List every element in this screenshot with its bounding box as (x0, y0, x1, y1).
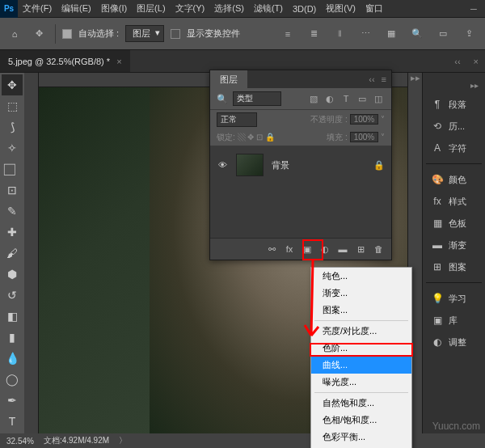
eyedropper-tool[interactable]: ✎ (2, 201, 23, 222)
brush-tool[interactable]: 🖌 (2, 243, 23, 264)
pen-tool[interactable]: ✒ (2, 390, 23, 411)
lock-position-icon[interactable]: ✥ (247, 133, 254, 142)
lasso-tool[interactable]: ⟆ (2, 116, 23, 137)
show-transform-checkbox[interactable] (171, 29, 180, 39)
align-icon[interactable]: ≡ (278, 24, 297, 44)
move-tool[interactable]: ✥ (2, 74, 23, 95)
libraries-icon: ▣ (431, 314, 444, 327)
collapse-dock-icon[interactable]: ▸▸ (426, 78, 482, 92)
menu-edit[interactable]: 编辑(E) (57, 2, 96, 15)
right-panel-dock: ▸▸ ¶段落 ⟲历... A字符 🎨颜色 fx样式 ▦色板 ▬渐变 ⊞图案 💡学… (422, 73, 485, 433)
panel-character[interactable]: A字符 (426, 138, 482, 158)
visibility-icon[interactable]: 👁 (217, 160, 228, 170)
menu-layer[interactable]: 图层(L) (132, 2, 170, 15)
options-bar: ⌂ ✥ 自动选择 : 图层 显示变换控件 ≡ ≣ ⫴ ⋯ ▦ 🔍 ▭ ⇪ (0, 18, 485, 50)
collapse-panel-icon[interactable]: ‹‹ (448, 57, 466, 66)
filter-adjust-icon[interactable]: ◐ (323, 94, 336, 104)
panel-color[interactable]: 🎨颜色 (426, 170, 482, 189)
group-icon[interactable]: ▬ (335, 242, 351, 256)
panel-patterns[interactable]: ⊞图案 (426, 257, 482, 277)
stamp-tool[interactable]: ⬢ (2, 264, 23, 285)
heal-tool[interactable]: ✚ (2, 222, 23, 243)
filter-type-icon[interactable]: 🔍 (217, 94, 228, 104)
adjustments-icon: ◐ (431, 336, 444, 349)
blend-mode-select[interactable]: 正常 (217, 112, 257, 127)
adjustment-layer-icon[interactable]: ◐ (317, 242, 333, 256)
menu-exposure[interactable]: 曝光度... (311, 374, 411, 391)
frame-tool[interactable]: ⊡ (2, 180, 23, 201)
opacity-value[interactable]: 100% (350, 114, 379, 125)
red-arrow-annotation (298, 259, 331, 348)
lock-artboard-icon[interactable]: ⊡ (256, 133, 263, 142)
type-tool[interactable]: T (2, 411, 23, 432)
filter-type-select[interactable]: 类型 (233, 91, 281, 106)
wand-tool[interactable]: ✧ (2, 137, 23, 158)
filter-smart-icon[interactable]: ◫ (372, 94, 385, 104)
minimize-button[interactable]: ─ (462, 4, 485, 14)
doc-info-chevron[interactable]: 〉 (119, 435, 127, 446)
menu-filter[interactable]: 滤镜(T) (249, 2, 288, 15)
fill-value[interactable]: 100% (350, 132, 379, 142)
link-layers-icon[interactable]: ⚯ (264, 242, 280, 256)
panel-close-icon[interactable]: × (467, 57, 485, 66)
search-icon[interactable]: 🔍 (407, 24, 427, 44)
home-icon[interactable]: ⌂ (6, 26, 23, 42)
layer-row[interactable]: 👁 背景 🔒 (210, 150, 391, 180)
lock-icon: 🔒 (373, 160, 385, 171)
menu-curves[interactable]: 曲线... (311, 357, 411, 374)
menu-window[interactable]: 窗口 (361, 2, 388, 15)
align-icon-2[interactable]: ≣ (304, 24, 323, 44)
menu-view[interactable]: 视图(V) (321, 2, 361, 15)
distribute-icon[interactable]: ⫴ (330, 24, 349, 44)
document-tab[interactable]: 5.jpeg @ 32.5%(RGB/8) * × (0, 50, 130, 72)
lock-label: 锁定: (217, 133, 235, 142)
gradients-icon: ▬ (431, 239, 444, 251)
zoom-level[interactable]: 32.54% (6, 437, 34, 446)
delete-layer-icon[interactable]: 🗑 (370, 242, 386, 256)
filter-shape-icon[interactable]: ▭ (356, 94, 369, 104)
panel-paragraph[interactable]: ¶段落 (426, 95, 482, 114)
panel-adjustments[interactable]: ◐调整 (426, 332, 482, 352)
watermark: Yuucn.com (432, 421, 480, 432)
auto-select-checkbox[interactable] (62, 29, 72, 39)
panel-libraries[interactable]: ▣库 (426, 311, 482, 330)
more-icon[interactable]: ⋯ (356, 24, 375, 44)
menu-color-balance[interactable]: 色彩平衡... (311, 429, 411, 446)
dodge-tool[interactable]: ◯ (2, 369, 23, 390)
menu-file[interactable]: 文件(F) (18, 2, 57, 15)
panel-collapse-icon[interactable]: ‹‹ (369, 74, 374, 84)
layer-mask-icon[interactable]: ▣ (299, 242, 315, 256)
panel-learn[interactable]: 💡学习 (426, 289, 482, 308)
panel-styles[interactable]: fx样式 (426, 192, 482, 211)
close-icon[interactable]: × (116, 57, 121, 66)
blur-tool[interactable]: 💧 (2, 348, 23, 369)
eraser-tool[interactable]: ◧ (2, 306, 23, 327)
layers-tab[interactable]: 图层 (210, 70, 247, 89)
share-icon[interactable]: ⇪ (459, 24, 479, 44)
panel-swatches[interactable]: ▦色板 (426, 213, 482, 233)
layer-fx-icon[interactable]: fx (281, 242, 297, 256)
menu-hue-saturation[interactable]: 色相/饱和度... (311, 412, 411, 429)
panel-menu-icon[interactable]: ≡ (382, 74, 386, 84)
layer-name[interactable]: 背景 (272, 159, 365, 171)
menu-3d[interactable]: 3D(D) (288, 4, 321, 14)
panel-history[interactable]: ⟲历... (426, 116, 482, 136)
menu-vibrance[interactable]: 自然饱和度... (311, 395, 411, 412)
gradient-tool[interactable]: ▮ (2, 327, 23, 348)
menu-image[interactable]: 图像(I) (96, 2, 132, 15)
crop-tool[interactable]: ⃞ (2, 158, 23, 180)
auto-select-target[interactable]: 图层 (125, 25, 164, 42)
menu-type[interactable]: 文字(Y) (171, 2, 210, 15)
layer-thumbnail[interactable] (236, 154, 264, 176)
filter-pixel-icon[interactable]: ▧ (307, 94, 320, 104)
filter-text-icon[interactable]: T (340, 94, 352, 104)
lock-pixels-icon[interactable]: ▧ (238, 133, 246, 142)
panel-gradients[interactable]: ▬渐变 (426, 235, 482, 255)
marquee-tool[interactable]: ⬚ (2, 95, 23, 116)
lock-all-icon[interactable]: 🔒 (265, 133, 275, 142)
menu-select[interactable]: 选择(S) (209, 2, 249, 15)
new-layer-icon[interactable]: ⊞ (352, 242, 369, 256)
history-brush-tool[interactable]: ↺ (2, 285, 23, 306)
workspace-icon[interactable]: ▭ (433, 24, 453, 44)
3d-mode-icon[interactable]: ▦ (382, 24, 401, 44)
